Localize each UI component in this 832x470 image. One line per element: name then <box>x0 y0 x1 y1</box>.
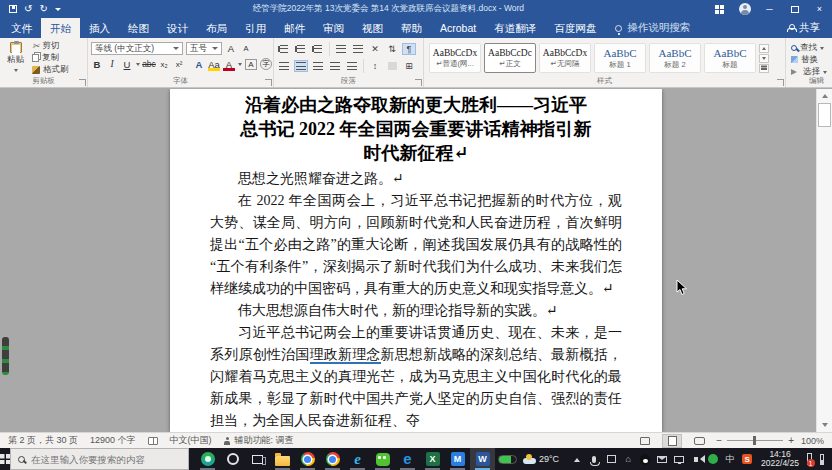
home-icon[interactable]: ⌂ <box>623 454 633 465</box>
avatar[interactable] <box>732 0 757 18</box>
print-layout-button[interactable] <box>662 434 682 448</box>
font-name-combo[interactable]: 等线 (中文正文) <box>91 42 183 55</box>
vertical-scrollbar[interactable] <box>816 89 832 432</box>
highlight-color-button[interactable]: Aa <box>208 58 220 71</box>
styles-more-button[interactable] <box>759 64 769 73</box>
tab-help[interactable]: 帮助 <box>392 18 431 38</box>
zoom-level[interactable]: 100% <box>801 436 824 446</box>
tab-mailings[interactable]: 邮件 <box>275 18 314 38</box>
start-button[interactable] <box>0 448 10 470</box>
page-indicator[interactable]: 第 2 页，共 30 页 <box>8 434 78 447</box>
tab-acrobat[interactable]: Acrobat <box>431 18 485 38</box>
paragraph-dialog-launcher-icon[interactable] <box>415 79 422 86</box>
underline-caret-icon[interactable] <box>136 63 140 68</box>
zoom-slider[interactable]: − + <box>716 435 794 446</box>
style-no-spacing[interactable]: AaBbCcDx ↵无间隔 <box>539 43 591 73</box>
subscript-button[interactable]: x₂ <box>158 58 170 71</box>
font-dialog-launcher-icon[interactable] <box>265 79 272 86</box>
superscript-button[interactable]: x² <box>173 58 185 71</box>
enclose-characters-button[interactable]: 字 <box>260 58 272 70</box>
tab-home[interactable]: 开始 <box>41 18 80 38</box>
weather-widget[interactable]: 29°C <box>520 448 562 470</box>
replace-button[interactable]: 替换 <box>789 54 832 65</box>
edge-icon[interactable]: e <box>395 448 420 470</box>
proofing-icon[interactable] <box>148 437 158 445</box>
accessibility-status[interactable]: 辅助功能: 调查 <box>224 434 294 447</box>
antivirus-icon[interactable] <box>708 454 718 465</box>
notification-icon[interactable]: 1 <box>807 453 812 465</box>
style-normal-web[interactable]: AaBbCcDx ↵普通(网... <box>429 43 481 73</box>
italic-button[interactable]: I <box>106 58 118 71</box>
find-button[interactable]: 查找 <box>789 42 832 53</box>
tab-review[interactable]: 审阅 <box>314 18 353 38</box>
tab-insert[interactable]: 插入 <box>80 18 119 38</box>
strikethrough-button[interactable]: abc <box>143 58 155 71</box>
align-left-button[interactable] <box>277 60 291 72</box>
character-shading-button[interactable]: A <box>245 59 257 70</box>
shading-button[interactable] <box>385 60 399 72</box>
style-title[interactable]: AaBbC 标题 <box>704 43 756 73</box>
tell-me-search[interactable]: 操作说明搜索 <box>605 18 700 38</box>
grow-font-button[interactable]: A <box>225 42 237 55</box>
file-explorer-icon[interactable] <box>270 448 295 470</box>
zoom-in-icon[interactable]: + <box>788 435 794 446</box>
hidden-icons-chevron-icon[interactable] <box>572 454 582 465</box>
microphone-icon[interactable] <box>589 454 599 465</box>
blue-m-app-icon[interactable]: M <box>445 448 470 470</box>
tab-draw[interactable]: 绘图 <box>119 18 158 38</box>
tab-youdao[interactable]: 有道翻译 <box>485 18 545 38</box>
bullets-button[interactable] <box>277 43 291 55</box>
underline-button[interactable]: U <box>121 58 133 71</box>
tab-baidu-pan[interactable]: 百度网盘 <box>545 18 605 38</box>
tray-app-icon[interactable] <box>606 454 616 465</box>
sort-button[interactable]: ⇅ <box>385 43 399 55</box>
shrink-font-button[interactable]: A <box>240 42 252 55</box>
scroll-down-icon[interactable] <box>817 419 832 432</box>
tab-layout[interactable]: 布局 <box>197 18 236 38</box>
browser-360-icon[interactable] <box>195 448 220 470</box>
speedball-widget[interactable] <box>495 448 520 470</box>
word-count[interactable]: 12900 个字 <box>90 434 136 447</box>
increase-indent-button[interactable] <box>351 43 365 55</box>
action-center-icon[interactable] <box>820 454 824 465</box>
styles-dialog-launcher-icon[interactable] <box>777 79 784 86</box>
distribute-button[interactable] <box>345 60 359 72</box>
web-layout-button[interactable] <box>689 434 709 448</box>
paste-button[interactable]: 粘贴 <box>3 41 28 75</box>
justify-button[interactable] <box>328 60 342 72</box>
minimize-button[interactable]: ─ <box>757 0 782 18</box>
zoom-slider-thumb[interactable] <box>753 436 756 445</box>
sogou-icon[interactable]: S <box>742 454 752 465</box>
chrome-icon[interactable] <box>295 448 320 470</box>
ie-icon[interactable]: e <box>345 448 370 470</box>
bold-button[interactable]: B <box>91 58 103 71</box>
wechat-icon[interactable] <box>370 448 395 470</box>
numbering-button[interactable] <box>294 43 308 55</box>
undo-icon[interactable]: ↺ <box>24 4 32 14</box>
search-input[interactable] <box>31 454 181 465</box>
taskbar-search[interactable] <box>10 448 189 470</box>
document-page[interactable]: 沿着必由之路夺取新的更大胜利——习近平总书记 2022 年全国两会重要讲话精神指… <box>170 89 662 432</box>
show-marks-button[interactable]: ¶ <box>402 43 416 55</box>
multilevel-list-button[interactable] <box>311 43 325 55</box>
mail-icon[interactable] <box>657 454 667 465</box>
font-size-combo[interactable]: 五号 <box>186 42 222 55</box>
line-spacing-button[interactable]: ↕ <box>368 60 382 72</box>
clipboard-dialog-launcher-icon[interactable] <box>79 79 86 86</box>
style-body-text[interactable]: AaBbCcDc ↵正文 <box>484 43 536 73</box>
redo-icon[interactable]: ↻ <box>39 4 47 14</box>
cortana-icon[interactable] <box>220 448 245 470</box>
restore-button[interactable] <box>782 0 807 18</box>
share-button[interactable]: 共享 <box>775 18 832 38</box>
task-view-icon[interactable] <box>245 448 270 470</box>
style-heading1[interactable]: AaBbC 标题 1 <box>594 43 646 73</box>
decrease-indent-button[interactable] <box>334 43 348 55</box>
borders-button[interactable]: ⊞ <box>402 60 416 72</box>
zoom-out-icon[interactable]: − <box>716 435 722 446</box>
styles-scroll-up-button[interactable] <box>759 44 769 53</box>
align-center-button[interactable] <box>294 60 308 72</box>
excel-icon[interactable]: X <box>420 448 445 470</box>
save-icon[interactable] <box>9 5 17 13</box>
monitor-icon[interactable] <box>674 454 684 465</box>
text-effects-button[interactable]: A <box>193 58 205 71</box>
